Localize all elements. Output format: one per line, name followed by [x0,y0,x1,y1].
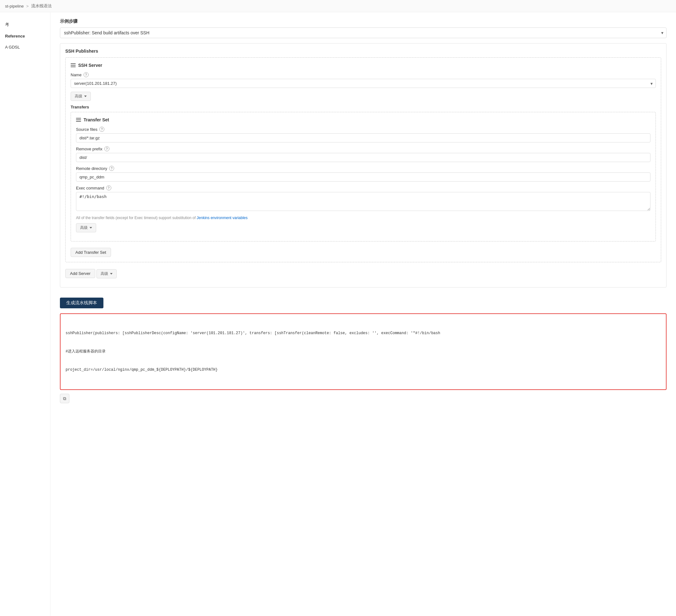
sidebar: 考 Reference A GDSL [0,12,50,616]
ssh-server-box: SSH Server Name ? server(101.201.181.27)… [65,57,661,262]
ssh-server-header: SSH Server [71,63,656,68]
advanced-transfer-chevron-icon [90,227,92,229]
remote-directory-help-icon[interactable]: ? [109,166,114,171]
advanced-transfer-button[interactable]: 高级 [76,223,96,232]
examples-section-title: 示例步骤 [60,18,667,24]
sidebar-item-kao[interactable]: 考 [0,18,50,31]
breadcrumb-separator: > [26,4,29,8]
generate-script-button[interactable]: 生成流水线脚本 [60,297,103,308]
transfer-set-box: Transfer Set Source files ? Remove pre [71,112,656,241]
remote-directory-row: Remote directory ? [76,166,651,182]
ssh-server-drag-icon[interactable] [71,63,76,67]
advanced-chevron-icon [84,96,87,97]
name-select[interactable]: server(101.201.181.27) [71,79,656,88]
add-server-button[interactable]: Add Server [65,269,95,278]
name-help-icon[interactable]: ? [83,72,89,77]
remote-directory-label: Remote directory ? [76,166,651,171]
source-files-help-icon[interactable]: ? [99,127,104,132]
ssh-publishers-box: SSH Publishers SSH Server Name ? [60,43,667,287]
remove-prefix-help-icon[interactable]: ? [104,146,109,151]
jenkins-env-link[interactable]: Jenkins environment variables [197,216,247,220]
name-select-wrapper: server(101.201.181.27) ▾ [71,79,656,88]
transfer-set-title: Transfer Set [83,117,109,122]
add-transfer-set-button[interactable]: Add Transfer Set [71,248,111,257]
source-files-label: Source files ? [76,127,651,132]
copy-icon: ⧉ [63,396,66,401]
breadcrumb-pipeline[interactable]: st-pipeline [5,4,24,8]
copy-button[interactable]: ⧉ [60,394,69,403]
example-select-wrapper: sshPublisher: Send build artifacts over … [60,27,667,38]
advanced-outer-button[interactable]: 高级 [97,269,117,278]
ssh-publishers-title: SSH Publishers [65,49,661,54]
remove-prefix-input[interactable] [76,153,651,162]
transfer-set-drag-icon[interactable] [76,118,81,122]
advanced-outer-chevron-icon [110,273,113,275]
remote-directory-input[interactable] [76,172,651,182]
advanced-ssh-server-button[interactable]: 高级 [71,92,91,101]
transfers-label: Transfers [71,105,656,109]
remove-prefix-row: Remove prefix ? [76,146,651,162]
transfer-set-header: Transfer Set [76,117,651,122]
sidebar-item-gdsl[interactable]: A GDSL [0,42,50,53]
transfer-note: All of the transfer fields (except for E… [76,216,651,220]
example-select[interactable]: sshPublisher: Send build artifacts over … [60,27,667,38]
sidebar-item-reference[interactable]: Reference [0,31,50,42]
exec-command-help-icon[interactable]: ? [106,185,111,190]
source-files-input[interactable] [76,133,651,143]
code-line-3: project_dir=/usr/local/nginx/qmp_pc_ddm_… [66,367,661,373]
ssh-server-title: SSH Server [78,63,102,68]
code-output-box: sshPublisher(publishers: [sshPublisherDe… [60,313,667,390]
code-line-2: #进入远程服务器的目录 [66,349,661,355]
exec-command-label: Exec command ? [76,185,651,190]
name-field-row: Name ? server(101.201.181.27) ▾ [71,72,656,88]
code-line-1: sshPublisher(publishers: [sshPublisherDe… [66,330,661,336]
breadcrumb: st-pipeline > 流水线语法 [0,0,676,12]
name-label: Name ? [71,72,656,77]
exec-command-textarea[interactable]: #!/bin/bash [76,192,651,211]
main-content: 示例步骤 sshPublisher: Send build artifacts … [50,12,676,616]
source-files-row: Source files ? [76,127,651,143]
breadcrumb-syntax[interactable]: 流水线语法 [31,3,52,9]
remove-prefix-label: Remove prefix ? [76,146,651,151]
exec-command-row: Exec command ? #!/bin/bash [76,185,651,212]
